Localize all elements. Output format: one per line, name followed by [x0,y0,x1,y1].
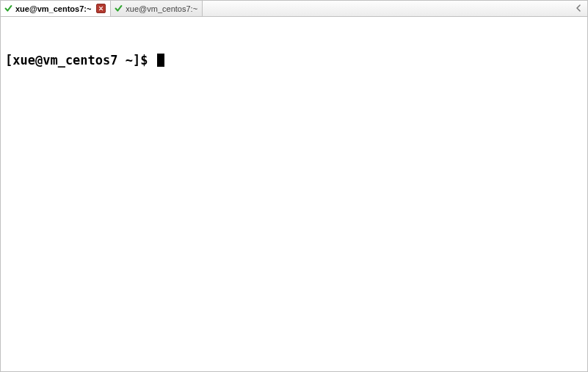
prompt-line: [xue@vm_centos7 ~]$ [5,52,583,68]
tab-session-2[interactable]: xue@vm_centos7:~ [111,1,203,16]
prompt-text: [xue@vm_centos7 ~]$ [5,52,156,68]
tab-session-1[interactable]: xue@vm_centos7:~ [1,1,111,16]
tab-label: xue@vm_centos7:~ [126,1,197,16]
check-icon [115,4,123,12]
close-tab-button[interactable] [96,4,106,13]
check-icon [4,4,12,12]
tab-scroll-left-button[interactable] [574,4,583,12]
cursor-block [157,54,164,67]
tab-bar: xue@vm_centos7:~ xue@vm_centos7:~ [1,1,587,17]
terminal-area[interactable]: [xue@vm_centos7 ~]$ [1,17,587,371]
tab-label: xue@vm_centos7:~ [15,1,91,16]
